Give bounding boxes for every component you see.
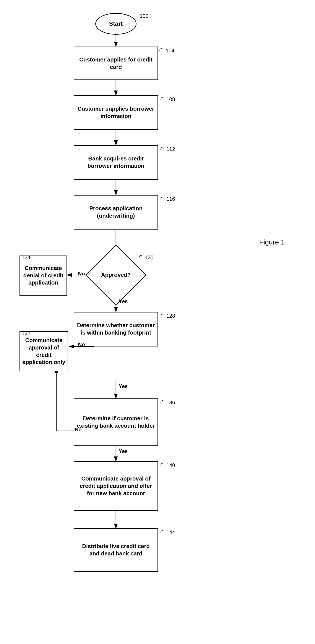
- ref-124: 124: [22, 254, 30, 260]
- node-120: Approved?: [94, 253, 138, 297]
- node-108: Customer supplies borrower information: [74, 95, 158, 130]
- node-132: Communicate approval of credit applicati…: [20, 331, 68, 371]
- ref-132: 132: [22, 330, 30, 336]
- start-node: Start: [95, 13, 137, 35]
- node-112: Bank acquires credit borrower informatio…: [74, 145, 158, 180]
- figure-label: Figure 1: [259, 238, 285, 246]
- flowchart-diagram: Figure 1: [0, 0, 315, 644]
- node-140: Communicate approval of credit applicati…: [74, 461, 158, 511]
- ref-120: 120: [139, 254, 153, 261]
- label-yes3: Yes: [119, 448, 128, 454]
- label-no2: No: [78, 342, 85, 348]
- ref-128: 128: [160, 313, 175, 320]
- label-no3: No: [75, 426, 82, 433]
- label-yes1: Yes: [119, 298, 128, 304]
- label-no1: No: [78, 271, 85, 277]
- label-yes2: Yes: [119, 383, 128, 389]
- ref-144: 144: [160, 530, 175, 536]
- ref-104: 104: [159, 48, 174, 54]
- ref-108: 108: [160, 96, 175, 103]
- ref-140: 140: [160, 462, 175, 469]
- node-144: Distribute live credit card and dead ban…: [74, 528, 158, 572]
- node-128: Determine whether customer is within ban…: [74, 312, 158, 346]
- ref-116: 116: [160, 196, 175, 202]
- node-116: Process application (underwriting): [74, 195, 158, 230]
- ref-136: 136: [160, 400, 175, 406]
- node-136: Determine if customer is existing bank a…: [74, 398, 158, 446]
- ref-112: 112: [160, 146, 175, 153]
- node-124: Communicate denial of credit application: [20, 256, 67, 296]
- ref-start: 100: [140, 13, 148, 19]
- node-104: Customer applies for credit card: [74, 46, 158, 80]
